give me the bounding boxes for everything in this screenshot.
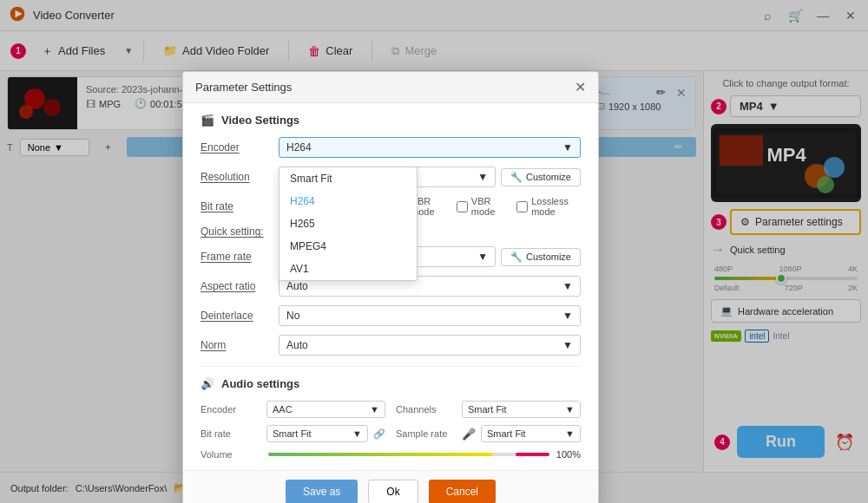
audio-bitrate-select[interactable]: Smart Fit ▼ [266,425,368,442]
modal-close-button[interactable]: ✕ [575,79,586,95]
audio-encoder-row: Encoder AAC ▼ Channels Smart Fit ▼ [201,401,581,418]
bitrate-label[interactable]: Bit rate [201,200,279,212]
volume-percentage: 100% [556,449,581,460]
chevron-down-icon: ▼ [477,251,488,263]
resolution-label[interactable]: Resolution [201,171,279,183]
norm-row: Norm Auto ▼ [201,335,581,356]
encoder-select[interactable]: H264 ▼ [279,137,581,158]
audio-samplerate-label: Sample rate [396,428,457,439]
encoder-option-h264[interactable]: H264 [279,190,417,212]
audio-channels-col: Channels Smart Fit ▼ [396,401,581,418]
ok-button[interactable]: Ok [368,480,418,503]
cancel-button[interactable]: Cancel [429,480,496,503]
audio-samplerate-select[interactable]: Smart Fit ▼ [481,425,581,442]
volume-row: Volume 100% [201,449,581,460]
volume-fill-green [268,453,493,456]
encoder-dropdown: Smart Fit H264 H265 MPEG4 AV1 [279,167,418,281]
deinterlace-control: No ▼ [279,305,581,326]
norm-control: Auto ▼ [279,335,581,356]
modal-footer: Save as Ok Cancel [183,470,598,503]
encoder-row: Encoder H264 ▼ Smart Fit H264 H265 MPEG4 [201,137,581,158]
audio-encoder-select[interactable]: AAC ▼ [266,401,385,418]
encoder-select-wrapper: H264 ▼ Smart Fit H264 H265 MPEG4 AV1 [279,137,581,158]
vbr-checkbox[interactable]: VBR mode [457,196,506,217]
encoder-option-h265[interactable]: H265 [279,212,417,235]
wrench-icon: 🔧 [510,172,523,183]
video-settings-icon: 🎬 [201,114,214,127]
audio-section-header: 🔊 Audio settings [201,377,581,390]
lock-icon: 🔗 [373,428,385,440]
bitrate-checkboxes: CBR mode VBR mode Lossless mode [396,196,581,217]
encoder-control: H264 ▼ Smart Fit H264 H265 MPEG4 AV1 [279,137,581,158]
encoder-option-mpeg4[interactable]: MPEG4 [279,235,417,258]
chevron-down-icon: ▼ [562,141,573,154]
norm-label[interactable]: Norm [201,339,279,351]
microphone-icon: 🎤 [462,428,476,441]
chevron-down-icon: ▼ [565,428,575,439]
chevron-down-icon: ▼ [370,404,379,415]
audio-samplerate-col: Sample rate 🎤 Smart Fit ▼ [396,425,581,442]
volume-fill-red [516,453,549,456]
encoder-label[interactable]: Encoder [201,141,279,154]
audio-encoder-label: Encoder [201,404,261,415]
resolution-customize-button[interactable]: 🔧 Customize [501,168,581,186]
audio-channels-label: Channels [396,404,457,415]
framerate-customize-button[interactable]: 🔧 Customize [501,248,581,266]
chevron-down-icon: ▼ [352,428,362,439]
audio-encoder-col: Encoder AAC ▼ [201,401,385,418]
audio-bitrate-label: Bit rate [201,428,261,439]
quick-setting-form-label: Quick setting: [201,225,279,238]
deinterlace-row: Deinterlace No ▼ [201,305,581,326]
modal-header: Parameter Settings ✕ [183,72,598,103]
norm-select[interactable]: Auto ▼ [279,335,581,356]
modal-title: Parameter Settings [195,81,292,94]
chevron-down-icon: ▼ [562,280,573,292]
encoder-option-av1[interactable]: AV1 [279,258,417,280]
audio-bitrate-col: Bit rate Smart Fit ▼ 🔗 [201,425,385,442]
save-as-button[interactable]: Save as [286,480,358,503]
chevron-down-icon: ▼ [562,339,573,351]
audio-channels-select[interactable]: Smart Fit ▼ [462,401,581,418]
modal-body: 🎬 Video Settings Encoder H264 ▼ Smart Fi… [183,103,598,470]
parameter-settings-modal: Parameter Settings ✕ 🎬 Video Settings En… [182,71,599,503]
deinterlace-select[interactable]: No ▼ [279,305,581,326]
framerate-label[interactable]: Frame rate [201,251,279,263]
wrench-icon: 🔧 [510,252,523,263]
deinterlace-label[interactable]: Deinterlace [201,310,279,322]
encoder-option-smartfit[interactable]: Smart Fit [279,167,417,190]
volume-slider-track[interactable] [268,453,549,456]
chevron-down-icon: ▼ [477,171,488,183]
audio-section: 🔊 Audio settings Encoder AAC ▼ Channels [201,366,581,460]
audio-bitrate-row: Bit rate Smart Fit ▼ 🔗 Sample rate 🎤 Sma… [201,425,581,442]
aspect-label[interactable]: Aspect ratio [201,280,279,292]
chevron-down-icon: ▼ [562,310,573,322]
chevron-down-icon: ▼ [565,404,575,415]
lossless-checkbox[interactable]: Lossless mode [516,196,581,217]
volume-label: Volume [201,449,261,460]
video-section-header: 🎬 Video Settings [201,114,581,127]
audio-icon: 🔊 [201,377,214,390]
